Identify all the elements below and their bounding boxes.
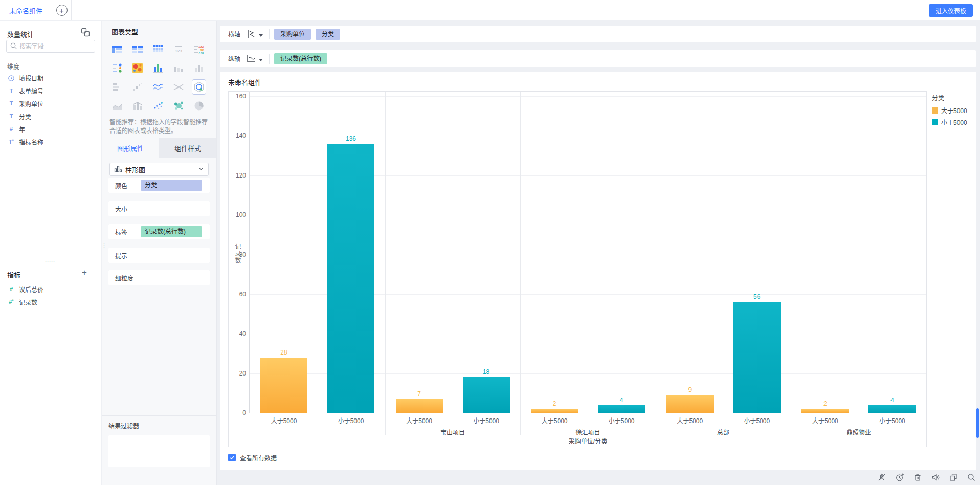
dimension-field[interactable]: #年 bbox=[0, 123, 101, 136]
dimension-field[interactable]: T采购单位 bbox=[0, 97, 101, 110]
legend-item[interactable]: 大于5000 bbox=[932, 106, 967, 115]
group-table-icon[interactable] bbox=[130, 41, 145, 57]
chart-bar[interactable] bbox=[531, 409, 578, 413]
chart-bar[interactable] bbox=[396, 399, 443, 413]
field-tag[interactable]: 分类 bbox=[316, 29, 340, 40]
legend-item[interactable]: 小于5000 bbox=[932, 118, 967, 126]
chart-canvas: 未命名组件 记录数 采购单位/分类 0204060801001201401602… bbox=[220, 72, 976, 470]
field-tag[interactable]: 记录数(总行数) bbox=[141, 226, 202, 237]
chart-type-select-value: 柱形图 bbox=[125, 165, 145, 174]
chart-bar[interactable] bbox=[327, 144, 374, 413]
field-label: 填报日期 bbox=[19, 74, 43, 82]
chart-bar[interactable] bbox=[463, 377, 510, 413]
measure-field[interactable]: #议后总价 bbox=[0, 283, 101, 296]
bar-category-label: 小于5000 bbox=[453, 416, 520, 425]
measure-field[interactable]: #*记录数 bbox=[0, 296, 101, 308]
chart-bar[interactable] bbox=[868, 405, 916, 413]
chevron-down-icon bbox=[198, 166, 204, 173]
bar-value-label: 7 bbox=[396, 390, 443, 398]
property-card[interactable]: 标签记录数(总行数) bbox=[108, 224, 210, 239]
scrollbar-thumb[interactable] bbox=[976, 408, 979, 438]
overlap-window-icon[interactable] bbox=[949, 473, 958, 482]
gauge-list-icon[interactable] bbox=[110, 60, 124, 76]
y-axis-style-icon[interactable] bbox=[246, 53, 258, 64]
component-title: 未命名组件 bbox=[228, 77, 261, 87]
y-tick-label: 80 bbox=[229, 251, 246, 258]
area-chart-icon[interactable] bbox=[110, 98, 124, 114]
property-label: 提示 bbox=[115, 251, 141, 260]
speaker-icon[interactable] bbox=[931, 473, 940, 482]
chart-type-select[interactable]: 柱形图 bbox=[109, 163, 209, 176]
plus-icon: + bbox=[56, 5, 68, 16]
group-separator bbox=[520, 92, 521, 435]
detail-table-icon[interactable] bbox=[110, 41, 124, 57]
bar-value-label: 4 bbox=[598, 396, 645, 404]
kpi-card-icon[interactable]: 123 bbox=[171, 41, 186, 57]
chart-type-grid: 12312300778 bbox=[112, 41, 214, 118]
dimension-field[interactable]: T分类 bbox=[0, 110, 101, 123]
tab-graphic-properties[interactable]: 图形属性 bbox=[102, 138, 159, 158]
multi-kpi-icon[interactable]: 12300778 bbox=[192, 41, 206, 57]
panel-resize-handle[interactable]: ···· bbox=[103, 240, 105, 248]
x-axis-shelf: 横轴 采购单位分类 bbox=[220, 26, 976, 42]
group-label: 宝山项目 bbox=[385, 428, 521, 436]
field-tag[interactable]: 记录数(总行数) bbox=[274, 53, 327, 64]
smart-recommend-hint: 智能推荐：根据拖入的字段智能推荐合适的图表或表格类型。 bbox=[109, 118, 210, 136]
chart-bar[interactable] bbox=[801, 409, 849, 413]
cross-line-chart-icon[interactable] bbox=[171, 79, 186, 95]
heat-map-icon[interactable] bbox=[130, 60, 145, 76]
chart-bar[interactable] bbox=[260, 358, 307, 413]
refresh-plus-icon[interactable] bbox=[895, 473, 904, 482]
trash-icon[interactable] bbox=[913, 473, 922, 482]
chart-bar[interactable] bbox=[598, 405, 645, 413]
y-axis-line bbox=[249, 92, 250, 413]
y-tick-label: 100 bbox=[229, 211, 246, 218]
component-tab[interactable]: 未命名组件 bbox=[0, 0, 52, 20]
line-chart-icon[interactable] bbox=[151, 79, 165, 95]
x-axis-style-icon[interactable] bbox=[246, 29, 258, 40]
radar-chart-icon[interactable] bbox=[192, 79, 206, 95]
search-field-box[interactable] bbox=[6, 40, 95, 53]
property-card[interactable]: 颜色分类 bbox=[108, 178, 210, 193]
bubble-chart-icon[interactable] bbox=[171, 98, 186, 114]
multi-column-chart-icon[interactable] bbox=[171, 60, 186, 76]
rocket-icon[interactable] bbox=[877, 473, 886, 482]
step-scatter-chart-icon[interactable] bbox=[130, 79, 145, 95]
column-chart-icon[interactable] bbox=[151, 60, 165, 76]
property-card[interactable]: 大小 bbox=[108, 201, 210, 216]
enter-dashboard-button[interactable]: 进入仪表板 bbox=[929, 4, 973, 17]
dimension-field[interactable]: T*指标名称 bbox=[0, 136, 101, 148]
field-tag[interactable]: 分类 bbox=[141, 180, 202, 191]
switch-dataset-icon[interactable] bbox=[81, 28, 90, 37]
field-tag[interactable]: 采购单位 bbox=[274, 29, 311, 40]
resize-handle[interactable]: ·········· bbox=[45, 260, 55, 266]
search-input[interactable] bbox=[19, 43, 86, 50]
magnifier-icon[interactable] bbox=[967, 473, 976, 482]
combo-chart-icon[interactable] bbox=[130, 98, 145, 114]
tab-component-style[interactable]: 组件样式 bbox=[159, 138, 216, 158]
legend-swatch bbox=[932, 119, 938, 125]
shelf-divider bbox=[269, 29, 270, 39]
chart-bar[interactable] bbox=[666, 395, 714, 413]
pie-chart-icon[interactable] bbox=[192, 98, 206, 114]
dimension-field[interactable]: 填报日期 bbox=[0, 72, 101, 84]
text-icon: T bbox=[7, 101, 15, 106]
dimension-field[interactable]: T表单编号 bbox=[0, 84, 101, 97]
result-filter-dropzone[interactable] bbox=[108, 435, 210, 467]
x-axis-tags: 采购单位分类 bbox=[274, 29, 340, 40]
checkbox-checked-icon[interactable] bbox=[228, 454, 236, 461]
add-measure-icon[interactable]: + bbox=[82, 268, 87, 278]
svg-text:123: 123 bbox=[175, 49, 182, 53]
property-card[interactable]: 提示 bbox=[108, 248, 210, 263]
property-card[interactable]: 细粒度 bbox=[108, 270, 210, 285]
cross-table-icon[interactable] bbox=[151, 41, 165, 57]
bar-chart: 记录数 采购单位/分类 02040608010012014016028大于500… bbox=[228, 91, 927, 447]
show-all-data-row[interactable]: 查看所有数据 bbox=[228, 453, 277, 462]
bar-chart-icon[interactable] bbox=[110, 79, 124, 95]
caret-down-icon[interactable] bbox=[259, 59, 263, 61]
stacked-column-chart-icon[interactable] bbox=[192, 60, 206, 76]
add-component-tab[interactable]: + bbox=[52, 0, 72, 20]
scatter-chart-icon[interactable] bbox=[151, 98, 165, 114]
caret-down-icon[interactable] bbox=[259, 34, 263, 37]
chart-bar[interactable] bbox=[733, 302, 781, 413]
